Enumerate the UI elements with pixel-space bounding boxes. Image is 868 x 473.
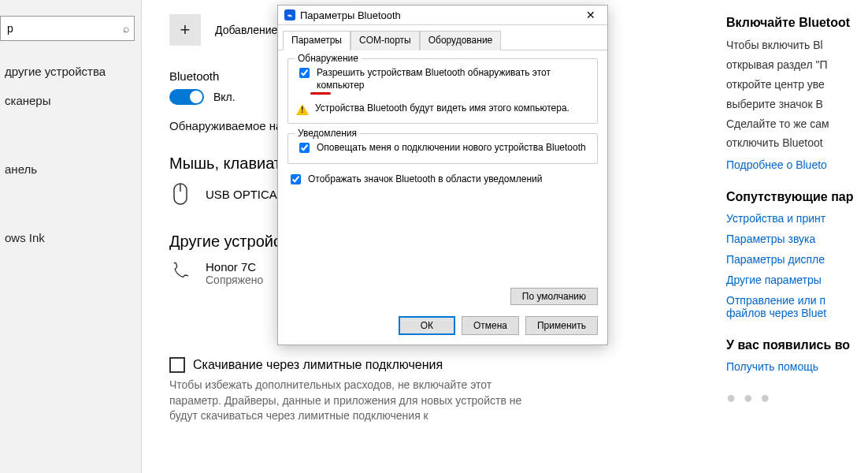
checkbox-notify-input[interactable] — [299, 143, 310, 153]
mouse-icon — [169, 182, 191, 206]
bluetooth-toggle-state: Вкл. — [213, 91, 236, 103]
rc-heading-1: Включайте Bluetoot — [726, 16, 868, 30]
highlight-marker — [310, 92, 331, 95]
warning-row: Устройства Bluetooth будут видеть имя эт… — [296, 102, 589, 115]
sidebar-item-scanners[interactable]: сканеры — [0, 86, 141, 115]
sidebar-item-ink[interactable]: ows Ink — [0, 223, 141, 252]
warning-text: Устройства Bluetooth будут видеть имя эт… — [315, 102, 569, 114]
bluetooth-toggle[interactable] — [169, 89, 204, 105]
dialog-button-row: ОК Отмена Применить — [278, 310, 607, 345]
add-device-label: Добавление — [215, 24, 277, 36]
group-notify-title: Уведомления — [295, 128, 360, 139]
rc-text: открывая раздел "П — [726, 58, 868, 73]
search-input[interactable] — [6, 21, 123, 35]
dialog-tabs: Параметры COM-порты Оборудование — [278, 27, 607, 50]
rc-text: отключить Bluetoot — [726, 136, 868, 151]
default-button[interactable]: По умолчанию — [510, 288, 598, 305]
rc-text: выберите значок B — [726, 97, 868, 112]
device-name: Honor 7C — [206, 260, 263, 274]
dialog-title: Параметры Bluetooth — [300, 9, 401, 21]
close-button[interactable]: ✕ — [579, 9, 603, 21]
tab-hardware[interactable]: Оборудование — [420, 31, 502, 50]
checkbox-allow-discovery-input[interactable] — [299, 68, 310, 78]
tab-com-ports[interactable]: COM-порты — [351, 31, 420, 50]
link-other-params[interactable]: Другие параметры — [726, 274, 868, 286]
warning-icon — [296, 104, 309, 115]
group-discovery: Обнаружение Разрешить устройствам Blueto… — [287, 58, 598, 124]
search-input-wrapper[interactable]: ⌕ — [0, 16, 135, 41]
checkbox-notify[interactable]: Оповещать меня о подключении нового устр… — [296, 142, 589, 155]
link-more-bluetooth[interactable]: Подробнее о Blueto — [726, 158, 868, 171]
link-devices-printers[interactable]: Устройства и принт — [726, 212, 868, 225]
add-device-button[interactable]: + — [169, 14, 201, 46]
apply-button[interactable]: Применить — [525, 316, 598, 335]
ok-button[interactable]: ОК — [399, 316, 455, 335]
checkbox-tray-icon[interactable]: Отображать значок Bluetooth в области ув… — [287, 173, 598, 187]
checkbox-allow-discovery-label: Разрешить устройствам Bluetooth обнаружи… — [317, 67, 589, 91]
checkbox-tray-icon-label: Отображать значок Bluetooth в области ув… — [308, 173, 542, 186]
group-discovery-title: Обнаружение — [295, 53, 362, 64]
rc-text: Чтобы включить Bl — [726, 38, 868, 53]
bluetooth-icon: ⌁ — [284, 9, 295, 20]
device-name: USB OPTICAL — [206, 188, 284, 201]
checkbox-notify-label: Оповещать меня о подключении нового устр… — [317, 142, 586, 155]
rc-heading-2: Сопутствующие пар — [726, 190, 868, 204]
rc-text: Сделайте то же сам — [726, 117, 868, 132]
metered-help-text: Чтобы избежать дополнительных расходов, … — [169, 378, 532, 424]
link-display[interactable]: Параметры диспле — [726, 253, 868, 266]
pagination-dots: ● ● ● — [726, 389, 868, 407]
link-get-help[interactable]: Получить помощь — [726, 360, 868, 373]
cancel-button[interactable]: Отмена — [462, 316, 519, 335]
rc-heading-3: У вас появились во — [726, 338, 868, 352]
rc-text: откройте центр уве — [726, 77, 868, 92]
link-sound[interactable]: Параметры звука — [726, 233, 868, 245]
metered-checkbox[interactable] — [169, 357, 185, 373]
phone-icon — [169, 262, 191, 285]
metered-label: Скачивание через лимитные подключения — [193, 358, 443, 372]
settings-sidebar: ⌕ другие устройства сканеры анель ows In… — [0, 0, 142, 473]
bluetooth-dialog: ⌁ Параметры Bluetooth ✕ Параметры COM-по… — [277, 5, 608, 345]
tab-params[interactable]: Параметры — [283, 31, 351, 50]
sidebar-item-panel[interactable]: анель — [0, 155, 141, 184]
link-send-files[interactable]: Отправление или п файлов через Bluet — [726, 294, 868, 319]
dialog-title-bar: ⌁ Параметры Bluetooth ✕ — [278, 6, 607, 25]
device-status: Сопряжено — [206, 274, 263, 286]
right-panel: Включайте Bluetoot Чтобы включить Bl отк… — [726, 0, 868, 473]
sidebar-item-other-devices[interactable]: другие устройства — [0, 57, 141, 86]
checkbox-allow-discovery[interactable]: Разрешить устройствам Bluetooth обнаружи… — [296, 67, 589, 91]
group-notifications: Уведомления Оповещать меня о подключении… — [287, 133, 598, 164]
search-icon: ⌕ — [123, 22, 129, 35]
checkbox-tray-icon-input[interactable] — [291, 174, 301, 184]
